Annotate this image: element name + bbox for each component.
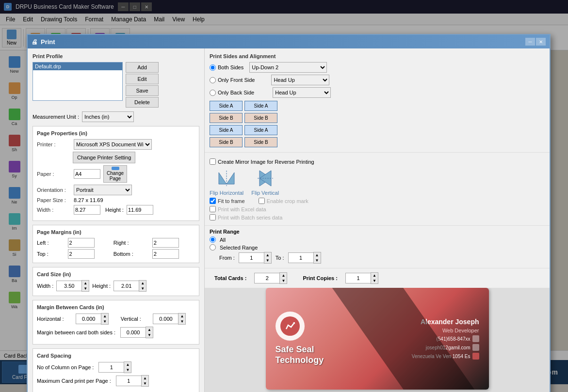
print-copies-up[interactable]: ▲ — [371, 273, 378, 278]
totals-section: Total Cards : ▲ ▼ Print Copies : — [205, 268, 550, 288]
max-card-up[interactable]: ▲ — [142, 376, 148, 381]
side-b-4[interactable]: Side B — [244, 137, 277, 147]
change-page-btn[interactable]: ChangePage — [103, 165, 127, 183]
profile-save-btn[interactable]: Save — [126, 85, 159, 96]
to-input[interactable] — [288, 252, 313, 263]
front-head-up-select[interactable]: Head Up Head Down — [271, 75, 329, 85]
vert-margin-input[interactable] — [153, 314, 178, 324]
horiz-down[interactable]: ▼ — [101, 319, 108, 324]
profile-delete-btn[interactable]: Delete — [126, 97, 159, 108]
to-up[interactable]: ▲ — [314, 252, 321, 258]
card-height-up[interactable]: ▲ — [139, 281, 146, 286]
print-sides-title: Print Sides and Alignment — [210, 53, 545, 59]
from-up[interactable]: ▲ — [264, 252, 271, 258]
card-height-down[interactable]: ▼ — [139, 286, 146, 291]
orientation-row: Orientation : Portrait Landscape — [37, 185, 195, 195]
from-input[interactable] — [239, 252, 264, 263]
print-copies-label: Print Copies : — [303, 275, 338, 281]
card-preview-area: Safe Seal Technology Alexander Joseph We… — [205, 288, 550, 392]
print-copies-input[interactable] — [345, 273, 371, 283]
mirror-checkbox[interactable] — [210, 158, 216, 165]
side-b-3[interactable]: Side B — [210, 137, 243, 147]
side-a-2[interactable]: Side A — [244, 101, 277, 111]
measurement-select[interactable]: Inches (in) Millimeters (mm) Centimeters… — [82, 111, 134, 122]
profile-add-btn[interactable]: Add — [126, 62, 159, 73]
both-sides-up[interactable]: ▲ — [146, 327, 153, 332]
from-down[interactable]: ▼ — [264, 258, 271, 263]
paper-size-label: Paper Size : — [37, 197, 71, 203]
card-width-up[interactable]: ▲ — [82, 281, 89, 286]
fit-to-frame-checkbox[interactable] — [210, 198, 216, 204]
profile-list-box[interactable]: Default.drp — [32, 62, 123, 101]
top-margin-input[interactable] — [68, 249, 95, 259]
right-margin-input[interactable] — [152, 238, 179, 248]
printer-row: Printer : Microsoft XPS Document Wi — [37, 139, 195, 150]
max-card-down[interactable]: ▼ — [142, 381, 148, 386]
side-b-2[interactable]: Side B — [244, 113, 277, 123]
side-b-1[interactable]: Side B — [210, 113, 243, 123]
dialog-right-panel: Print Sides and Alignment Both Sides Up-… — [205, 48, 550, 392]
to-down[interactable]: ▼ — [314, 258, 321, 263]
card-height-input[interactable] — [114, 281, 139, 291]
print-batch-checkbox[interactable] — [210, 214, 216, 220]
profile-item-default[interactable]: Default.drp — [33, 63, 122, 70]
printer-label: Printer : — [37, 141, 71, 147]
both-sides-radio[interactable] — [210, 64, 216, 71]
both-sides-down[interactable]: ▼ — [146, 332, 153, 338]
change-printer-btn[interactable]: Change Printer Setting — [73, 152, 135, 163]
side-a-1[interactable]: Side A — [210, 101, 243, 111]
side-a-4[interactable]: Side A — [244, 125, 277, 135]
card-height-spinner: ▲ ▼ — [114, 280, 146, 292]
vert-margin-label: Vertical : — [121, 316, 150, 322]
margins-grid: Left : Right : Top : Bottom : — [37, 238, 195, 259]
range-all-radio[interactable] — [210, 236, 216, 243]
range-selected-radio[interactable] — [210, 244, 216, 251]
horiz-margin-label: Horizontal : — [37, 316, 73, 322]
both-sides-input[interactable] — [120, 327, 146, 338]
total-cards-up[interactable]: ▲ — [280, 273, 287, 278]
left-margin-input[interactable] — [68, 238, 95, 248]
both-sides-spin-btns: ▲ ▼ — [146, 327, 153, 338]
card-width-input[interactable] — [56, 281, 81, 291]
dialog-title-controls: ─ ✕ — [525, 38, 546, 46]
horiz-up[interactable]: ▲ — [101, 314, 108, 319]
total-cards-input[interactable] — [254, 273, 279, 283]
mirror-row: Create Mirror Image for Reverse Printing — [210, 158, 545, 165]
max-card-input[interactable] — [116, 376, 141, 386]
orientation-select[interactable]: Portrait Landscape — [74, 185, 132, 195]
from-to-row: From : ▲ ▼ To : — [219, 252, 545, 264]
printer-select[interactable]: Microsoft XPS Document Wi — [74, 139, 152, 150]
profile-edit-btn[interactable]: Edit — [126, 74, 159, 84]
dialog-close-btn[interactable]: ✕ — [536, 38, 546, 46]
print-copies-down[interactable]: ▼ — [371, 278, 378, 283]
vert-up[interactable]: ▲ — [179, 314, 185, 319]
back-head-up-select[interactable]: Head Up Head Down — [273, 87, 331, 98]
logo-chart-icon — [284, 320, 296, 332]
flip-horizontal-btn[interactable]: Flip Horizontal — [210, 169, 243, 196]
vert-down[interactable]: ▼ — [179, 319, 185, 324]
both-sides-margin-row: Margin between card both sides : ▲ ▼ — [37, 327, 195, 338]
paper-height-input[interactable] — [127, 205, 153, 215]
column-up[interactable]: ▲ — [124, 362, 131, 367]
page-margins-section: Page Margins (in) Left : Right : Top : B… — [32, 225, 199, 263]
only-front-radio[interactable] — [210, 77, 216, 83]
paper-width-input[interactable] — [74, 205, 100, 215]
enable-crop-checkbox[interactable] — [259, 198, 265, 204]
dialog-minimize-btn[interactable]: ─ — [525, 38, 535, 46]
horiz-margin-input[interactable] — [76, 314, 101, 324]
column-row: No of Column on Page : ▲ ▼ — [37, 361, 195, 373]
bottom-margin-input[interactable] — [152, 249, 179, 259]
side-a-3[interactable]: Side A — [210, 125, 243, 135]
print-excel-checkbox[interactable] — [210, 206, 216, 212]
flip-vertical-btn[interactable]: Flip Vertical — [251, 169, 279, 196]
column-down[interactable]: ▼ — [124, 367, 131, 373]
column-input[interactable] — [98, 362, 124, 373]
up-down-select[interactable]: Up-Down 2 Up-Down 1 — [249, 62, 327, 73]
paper-input[interactable] — [74, 169, 100, 179]
dialog-body: Print Profile Default.drp Add Edit Save … — [28, 48, 550, 392]
only-back-radio[interactable] — [210, 90, 216, 96]
card-width-down[interactable]: ▼ — [82, 286, 89, 291]
total-cards-down[interactable]: ▼ — [280, 278, 287, 283]
horiz-spin-btns: ▲ ▼ — [101, 313, 109, 325]
print-excel-label: Print with Excel data — [218, 206, 266, 212]
